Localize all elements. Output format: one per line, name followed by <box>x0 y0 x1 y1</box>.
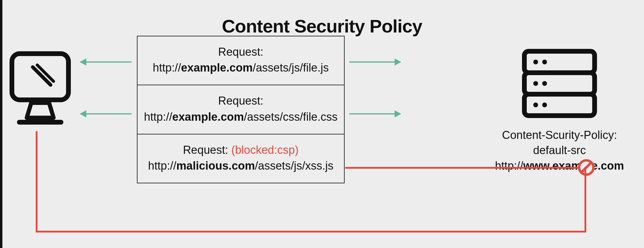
blocked-path-seg-up-l <box>36 131 37 232</box>
arrow-allowed-to-server-2 <box>349 113 401 114</box>
blocked-no-entry-icon <box>578 159 595 176</box>
request-box-blocked: Request: (blocked:csp) http://malicious.… <box>137 134 345 183</box>
request-box-css: Request: http://example.com/assets/css/f… <box>137 85 345 134</box>
request-list: Request: http://example.com/assets/js/fi… <box>137 36 345 183</box>
server-caption: Content-Scurity-Policy: default-src http… <box>479 128 640 173</box>
request-box-js: Request: http://example.com/assets/js/fi… <box>137 36 345 85</box>
blocked-path-seg-bottom <box>36 231 586 232</box>
svg-point-13 <box>542 103 547 107</box>
left-edge-bar <box>0 0 2 248</box>
svg-point-8 <box>533 60 538 64</box>
blocked-path-seg-right <box>345 167 586 169</box>
server-node: Content-Scurity-Policy: default-src http… <box>479 48 640 173</box>
server-rack-icon <box>521 48 598 122</box>
arrow-allowed-to-server-1 <box>349 61 401 63</box>
diagram-title: Content Security Policy <box>0 16 644 37</box>
svg-point-10 <box>533 81 538 86</box>
arrow-allowed-to-client-1 <box>80 61 132 63</box>
svg-point-11 <box>542 81 547 86</box>
svg-marker-3 <box>27 103 54 118</box>
svg-point-12 <box>533 103 538 107</box>
svg-point-9 <box>542 60 547 64</box>
blocked-path-seg-down-r <box>584 167 586 232</box>
arrow-allowed-to-client-2 <box>80 113 132 114</box>
csp-header-name: Content-Scurity-Policy: <box>479 128 640 143</box>
csp-header-value: default-src http://www.example.com <box>479 143 640 173</box>
client-monitor-icon <box>9 51 71 128</box>
